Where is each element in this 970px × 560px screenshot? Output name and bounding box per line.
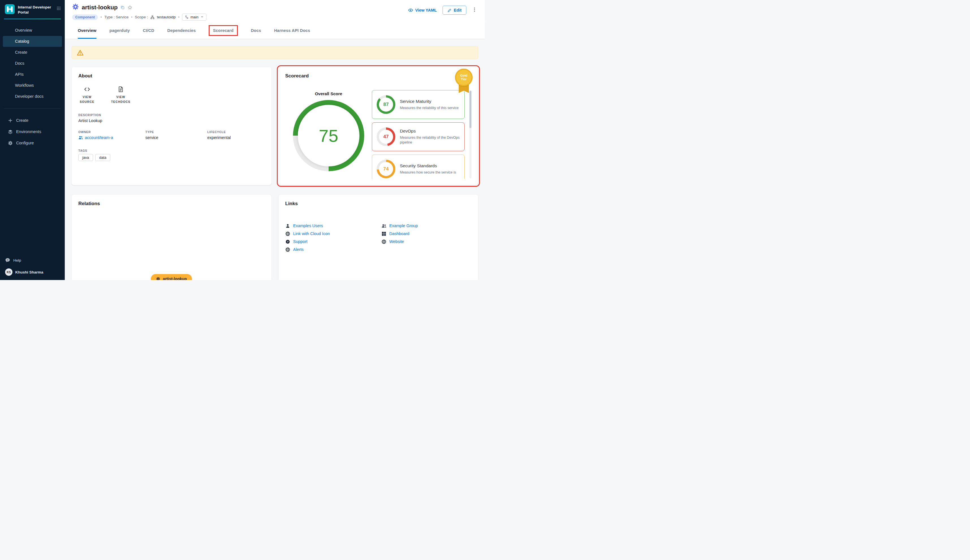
gear-icon — [156, 277, 161, 280]
view-techdocs-button[interactable]: VIEW TECHDOCS — [109, 86, 133, 104]
score-list-wrap: 87 Service Maturity Measures the reliabi… — [372, 90, 472, 179]
sidebar-item-create[interactable]: Create — [3, 47, 62, 58]
branch-select[interactable]: main — [182, 13, 206, 21]
sidebar-action-environments[interactable]: Environments — [0, 126, 65, 137]
link-examples-users: Examples Users — [285, 222, 381, 230]
page-title: artist-lookup — [82, 4, 118, 11]
help-bubble-icon — [5, 258, 10, 263]
copy-icon[interactable] — [120, 5, 125, 10]
edit-button[interactable]: Edit — [443, 6, 467, 15]
user-menu[interactable]: KS Khushi Sharma — [5, 266, 60, 278]
sidebar-action-label: Configure — [16, 141, 34, 145]
relations-title: Relations — [79, 201, 265, 207]
gold-tier-badge: Gold Tier — [455, 69, 473, 96]
tab-dependencies[interactable]: Dependencies — [167, 22, 196, 39]
apps-grid-icon[interactable] — [57, 4, 61, 12]
brand: Internal Developer Portal — [0, 0, 65, 18]
sidebar-action-configure[interactable]: Configure — [0, 137, 65, 148]
users-icon — [79, 135, 83, 140]
owner-field: OWNER account/team-a — [79, 130, 146, 141]
tab-harness-api-docs[interactable]: Harness API Docs — [274, 22, 310, 39]
tab-scorecard[interactable]: Scorecard — [209, 22, 238, 39]
chevron-down-icon — [201, 15, 204, 19]
pencil-icon — [447, 8, 452, 12]
score-description: Measures the reliability of this service — [400, 106, 459, 110]
warning-icon — [77, 50, 84, 56]
view-yaml-button[interactable]: View YAML — [408, 8, 436, 13]
relations-graph: artist-lookup — [79, 207, 265, 280]
description-field: DESCRIPTION Artist Lookup — [79, 113, 265, 123]
question-icon — [285, 239, 290, 244]
sidebar-item-apis[interactable]: APIs — [3, 69, 62, 80]
tab-docs[interactable]: Docs — [251, 22, 261, 39]
tab-overview[interactable]: Overview — [78, 22, 97, 39]
tab-cicd[interactable]: CI/CD — [143, 22, 154, 39]
avatar: KS — [5, 268, 12, 276]
description-label: DESCRIPTION — [79, 113, 265, 117]
separator-dot — [131, 15, 133, 19]
sidebar-item-workflows[interactable]: Workflows — [3, 80, 62, 91]
page-header: artist-lookup Component Type : Service S… — [65, 0, 485, 22]
doc-icon — [118, 86, 124, 92]
view-source-button[interactable]: VIEW SOURCE — [79, 86, 96, 104]
globe-icon — [285, 247, 290, 252]
scrollbar-thumb[interactable] — [470, 91, 472, 128]
topbar: artist-lookup Component Type : Service S… — [65, 0, 485, 39]
links-card: Links Examples Users Link with Cloud Ico… — [279, 195, 478, 280]
owner-label: OWNER — [79, 130, 146, 133]
description-value: Artist Lookup — [79, 118, 265, 123]
about-field-row: OWNER account/team-a TYPE service LIFECY… — [79, 130, 265, 141]
edit-label: Edit — [454, 8, 462, 12]
brand-title: Internal Developer Portal — [18, 4, 52, 15]
link-alerts: Alerts — [285, 245, 381, 253]
relations-card: Relations artist-lookup — [72, 195, 271, 280]
link-website: Website — [381, 238, 472, 245]
separator-dot — [178, 15, 180, 19]
entity-meta-row: Component Type : Service Scope : testaut… — [72, 13, 206, 21]
score-list-scrollbar — [470, 91, 472, 178]
component-gear-icon — [72, 3, 79, 11]
header-actions: View YAML Edit — [408, 4, 477, 17]
links-column-2: Example Group Dashboard Website — [381, 222, 472, 253]
users-icon — [381, 223, 386, 228]
entity-node-artist-lookup[interactable]: artist-lookup — [151, 274, 192, 280]
scorecard-card: Gold Tier Scorecard Overall Score 75 — [279, 67, 478, 185]
gear-icon — [8, 141, 13, 145]
link-example-group: Example Group — [381, 222, 472, 230]
view-yaml-label: View YAML — [415, 8, 436, 12]
view-techdocs-label: VIEW TECHDOCS — [109, 95, 133, 104]
sidebar-item-overview[interactable]: Overview — [3, 25, 62, 36]
overall-score-gauge: 75 — [293, 100, 364, 171]
user-icon — [285, 223, 290, 228]
title-row: artist-lookup — [72, 3, 206, 11]
sidebar-action-create[interactable]: Create — [0, 115, 65, 126]
tab-pagerduty[interactable]: pagerduty — [109, 22, 130, 39]
tags-label: TAGS — [79, 149, 265, 152]
help-button[interactable]: Help — [5, 255, 60, 266]
lifecycle-label: LIFECYCLE — [207, 130, 265, 133]
sidebar-action-label: Create — [16, 118, 28, 123]
sidebar-item-catalog[interactable]: Catalog — [3, 36, 62, 47]
scorecard-layout: Overall Score 75 87 — [285, 80, 472, 179]
about-title: About — [79, 73, 265, 79]
sidebar-item-developer-docs[interactable]: Developer docs — [3, 91, 62, 102]
sidebar-footer: Help KS Khushi Sharma — [0, 255, 65, 278]
separator-dot — [100, 15, 102, 19]
star-icon[interactable] — [127, 5, 132, 10]
kebab-menu-icon[interactable] — [472, 7, 477, 13]
owner-link[interactable]: account/team-a — [79, 135, 113, 140]
score-card-security-standards[interactable]: 74 Security Standards Measures how secur… — [372, 155, 465, 179]
score-card-devops[interactable]: 47 DevOps Measures the reliability of th… — [372, 122, 465, 151]
about-actions: VIEW SOURCE VIEW TECHDOCS — [79, 86, 265, 104]
layers-icon — [8, 129, 13, 134]
type-text: Type : Service — [104, 15, 129, 19]
sidebar-item-docs[interactable]: Docs — [3, 58, 62, 69]
score-card-service-maturity[interactable]: 87 Service Maturity Measures the reliabi… — [372, 90, 465, 119]
type-label: TYPE — [146, 130, 207, 133]
plus-icon — [8, 118, 13, 123]
tag-chips: java data — [79, 154, 265, 161]
warning-banner — [72, 46, 478, 59]
type-field: TYPE service — [146, 130, 207, 141]
lifecycle-field: LIFECYCLE experimental — [207, 130, 265, 141]
org-icon — [151, 15, 154, 19]
